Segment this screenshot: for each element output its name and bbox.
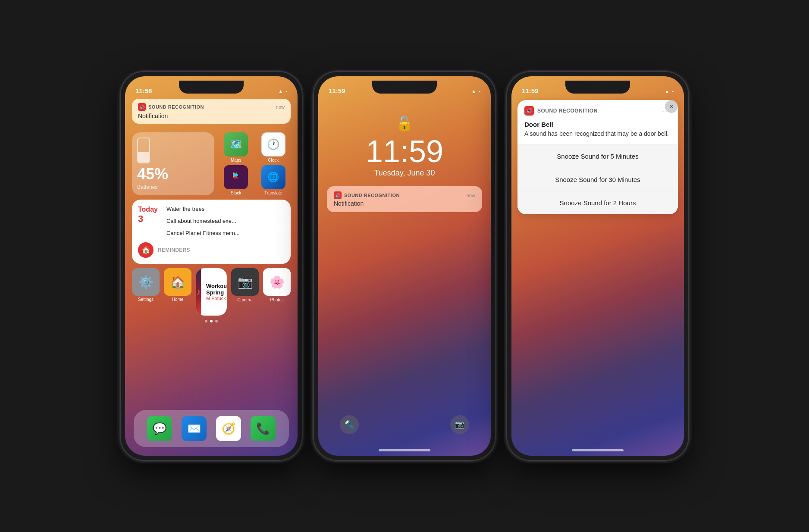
expanded-sound-icon: 🔊: [524, 106, 534, 116]
status-time-2: 11:59: [329, 87, 345, 94]
slack-label: Slack: [231, 191, 241, 195]
notif-app-info-1: 🔊 SOUND RECOGNITION: [138, 103, 204, 111]
clock-icon[interactable]: 🕐: [261, 132, 285, 156]
expanded-notif-body: Door Bell A sound has been recognized th…: [517, 119, 678, 144]
lock-screen-content: 🔓 11:59 Tuesday, June 30 🔊 SOUND RECOGNI…: [318, 115, 491, 212]
notif-app-name-1: SOUND RECOGNITION: [148, 104, 204, 110]
phone-dock-icon[interactable]: 📞: [251, 416, 276, 441]
wifi-icon-1: ▲: [278, 88, 283, 94]
home-app[interactable]: 🏠 Home: [164, 268, 191, 316]
mail-dock-app[interactable]: ✉️: [182, 416, 207, 441]
notif-description: A sound has been recognized that may be …: [524, 130, 671, 138]
lock-notif-time: now: [467, 193, 475, 198]
home-indicator-2: [379, 449, 430, 451]
battery-percent: 45%: [137, 165, 209, 183]
second-app-row: ⚙️ Settings 🏠 Home ♪ 🎵 Workout Spring M …: [132, 268, 291, 316]
camera-label: Camera: [237, 297, 253, 302]
battery-widget[interactable]: 45% Batteries: [132, 132, 214, 195]
notch-2: [372, 81, 437, 94]
lock-time: 11:59: [366, 136, 443, 167]
battery-icon-3: ▪: [672, 88, 674, 94]
photos-icon[interactable]: 🌸: [263, 268, 291, 296]
notch-1: [179, 81, 244, 94]
camera-lock-button[interactable]: 📷: [450, 415, 469, 434]
lock-notif-header: 🔊 SOUND RECOGNITION now: [334, 191, 475, 199]
camera-icon[interactable]: 📷: [231, 268, 259, 296]
reminders-header: Today 3 Water the trees Call about homes…: [138, 206, 285, 239]
translate-app[interactable]: 🌐 Translate: [256, 165, 291, 195]
reminders-widget[interactable]: Today 3 Water the trees Call about homes…: [132, 200, 291, 264]
snooze-30min-button[interactable]: Snooze Sound for 30 Minutes: [517, 168, 678, 191]
app-icons-top: 🗺️ Maps 🕐 Clock: [219, 132, 291, 195]
home-icon: 🏠: [138, 242, 154, 258]
home-indicator-3: [572, 449, 624, 451]
notif-header-1: 🔊 SOUND RECOGNITION now: [138, 103, 285, 111]
status-time-1: 11:58: [135, 87, 152, 94]
outer-close-button[interactable]: ✕: [665, 100, 678, 113]
wifi-icon-3: ▲: [665, 88, 670, 94]
phone-dock-app[interactable]: 📞: [251, 416, 276, 441]
phone-2: 11:59 ▲ ▪ 🔓 11:59 Tuesday, June 30 🔊 SOU…: [314, 72, 495, 460]
camera-app[interactable]: 📷 Camera: [231, 268, 259, 316]
flashlight-button[interactable]: 🔦: [340, 415, 359, 434]
music-artist: M Potuck: [206, 296, 227, 301]
clock-label: Clock: [268, 158, 279, 163]
home-app-icon[interactable]: 🏠: [164, 268, 191, 296]
mail-dock-icon[interactable]: ✉️: [182, 416, 207, 441]
reminder-item-1: Call about homestead exe...: [166, 218, 285, 227]
expanded-notif-header: 🔊 SOUND RECOGNITION ···: [517, 100, 678, 119]
notification-banner-1[interactable]: 🔊 SOUND RECOGNITION now Notification: [132, 99, 291, 124]
safari-dock-app[interactable]: 🧭: [216, 416, 241, 441]
photos-label: Photos: [270, 297, 283, 302]
slack-icon[interactable]: [224, 165, 248, 189]
reminder-item-0: Water the trees: [166, 206, 285, 215]
status-time-3: 11:59: [522, 87, 538, 94]
notif-body-1: Notification: [138, 113, 285, 119]
status-icons-1: ▲ ▪: [278, 88, 287, 94]
messages-dock-app[interactable]: 💬: [147, 416, 172, 441]
clock-app[interactable]: 🕐 Clock: [256, 132, 291, 163]
music-title: Workout Spring: [206, 283, 227, 296]
phone-1: 11:58 ▲ ▪ 🔊 SOUND RECOGNITION now Notifi…: [121, 72, 302, 460]
phone-1-screen: 11:58 ▲ ▪ 🔊 SOUND RECOGNITION now Notifi…: [125, 76, 298, 456]
maps-icon[interactable]: 🗺️: [224, 132, 248, 156]
music-widget[interactable]: ♪ 🎵 Workout Spring M Potuck: [196, 268, 227, 316]
settings-app[interactable]: ⚙️ Settings: [132, 268, 160, 316]
expanded-notif-name: SOUND RECOGNITION: [537, 108, 598, 114]
settings-icon[interactable]: ⚙️: [132, 268, 160, 296]
battery-icon-2: ▪: [479, 88, 480, 94]
today-label: Today: [138, 206, 158, 213]
svg-rect-2: [233, 177, 238, 178]
page-dot-0: [205, 320, 207, 322]
maps-label: Maps: [231, 158, 241, 163]
snooze-2hours-button[interactable]: Snooze Sound for 2 Hours: [517, 191, 678, 214]
svg-rect-3: [233, 174, 238, 176]
lock-bottom-controls: 🔦 📷: [318, 415, 491, 434]
reminder-item-2: Cancel Planet Fitness mem...: [166, 230, 285, 239]
slack-app[interactable]: Slack: [219, 165, 254, 195]
lock-notif-body: Notification: [334, 200, 475, 207]
today-count: 3: [138, 213, 158, 225]
music-info: Workout Spring M Potuck: [201, 268, 227, 316]
battery-icon-1: ▪: [285, 88, 287, 94]
translate-icon[interactable]: 🌐: [261, 165, 285, 189]
maps-app[interactable]: 🗺️ Maps: [219, 132, 254, 163]
bottom-dock-1: 💬 ✉️ 🧭 📞: [134, 410, 289, 447]
lock-date: Tuesday, June 30: [374, 169, 435, 178]
phone3-content: 🔊 SOUND RECOGNITION ··· Door Bell A soun…: [517, 100, 678, 214]
photos-app[interactable]: 🌸 Photos: [263, 268, 291, 316]
expanded-notification: 🔊 SOUND RECOGNITION ··· Door Bell A soun…: [517, 100, 678, 214]
reminder-items: Water the trees Call about homestead exe…: [166, 206, 285, 239]
expanded-notif-app: 🔊 SOUND RECOGNITION: [524, 106, 598, 116]
snooze-5min-button[interactable]: Snooze Sound for 5 Minutes: [517, 145, 678, 168]
lock-notification[interactable]: 🔊 SOUND RECOGNITION now Notification: [327, 186, 482, 212]
battery-label: Batteries: [137, 184, 209, 190]
lock-notif-app-info: 🔊 SOUND RECOGNITION: [334, 191, 400, 199]
lock-icon: 🔓: [396, 115, 413, 131]
notch-3: [565, 81, 630, 94]
messages-dock-icon[interactable]: 💬: [147, 416, 172, 441]
music-note-icon: 🎵: [196, 272, 198, 281]
music-album-art: ♪ 🎵: [196, 268, 201, 316]
reminders-section-label: Reminders: [158, 247, 190, 253]
safari-dock-icon[interactable]: 🧭: [216, 416, 241, 441]
